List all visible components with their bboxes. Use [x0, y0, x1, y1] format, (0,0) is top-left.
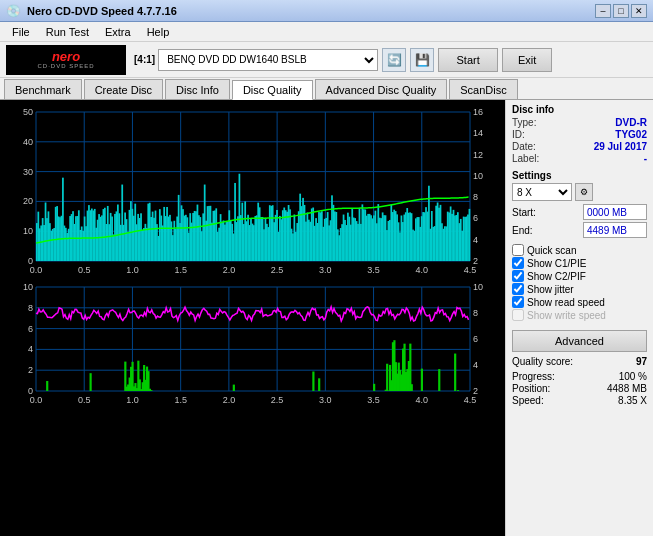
checkboxes-section: Quick scan Show C1/PIE Show C2/PIF Show … [512, 244, 647, 321]
tab-create-disc[interactable]: Create Disc [84, 79, 163, 99]
disc-date-row: Date: 29 Jul 2017 [512, 141, 647, 152]
end-label: End: [512, 225, 533, 236]
show-read-speed-row: Show read speed [512, 296, 647, 308]
refresh-button[interactable]: 🔄 [382, 48, 406, 72]
speed-value: 8.35 X [618, 395, 647, 406]
tab-disc-quality[interactable]: Disc Quality [232, 80, 313, 100]
exit-button[interactable]: Exit [502, 48, 552, 72]
quick-scan-label: Quick scan [527, 245, 576, 256]
disc-info-section: Disc info Type: DVD-R ID: TYG02 Date: 29… [512, 104, 647, 164]
settings-section: Settings 8 X ⚙ Start: End: [512, 170, 647, 238]
speed-row-progress: Speed: 8.35 X [512, 395, 647, 406]
chart-area [0, 100, 505, 536]
app-logo: nero CD·DVD SPEED [6, 45, 126, 75]
type-label: Type: [512, 117, 536, 128]
position-label: Position: [512, 383, 550, 394]
show-c1-row: Show C1/PIE [512, 257, 647, 269]
show-jitter-row: Show jitter [512, 283, 647, 295]
show-write-speed-row: Show write speed [512, 309, 647, 321]
quality-row: Quality score: 97 [512, 356, 647, 367]
disc-label-row: Label: - [512, 153, 647, 164]
show-c2-row: Show C2/PIF [512, 270, 647, 282]
date-label: Date: [512, 141, 536, 152]
progress-section: Progress: 100 % Position: 4488 MB Speed:… [512, 371, 647, 406]
maximize-button[interactable]: □ [613, 4, 629, 18]
show-read-speed-label: Show read speed [527, 297, 605, 308]
toolbar: nero CD·DVD SPEED [4:1] BENQ DVD DD DW16… [0, 42, 653, 78]
show-c1-checkbox[interactable] [512, 257, 524, 269]
type-value: DVD-R [615, 117, 647, 128]
title-bar: 💿 Nero CD-DVD Speed 4.7.7.16 – □ ✕ [0, 0, 653, 22]
id-label: ID: [512, 129, 525, 140]
end-input[interactable] [583, 222, 647, 238]
drive-label: [4:1] [134, 54, 155, 65]
app-title: Nero CD-DVD Speed 4.7.7.16 [27, 5, 177, 17]
start-button[interactable]: Start [438, 48, 498, 72]
quality-label: Quality score: [512, 356, 573, 367]
drive-combo[interactable]: BENQ DVD DD DW1640 BSLB [158, 49, 378, 71]
close-button[interactable]: ✕ [631, 4, 647, 18]
show-jitter-label: Show jitter [527, 284, 574, 295]
position-value: 4488 MB [607, 383, 647, 394]
date-value: 29 Jul 2017 [594, 141, 647, 152]
pi-errors-chart [4, 104, 494, 279]
advanced-button[interactable]: Advanced [512, 330, 647, 352]
label-value: - [644, 153, 647, 164]
quality-value: 97 [636, 356, 647, 367]
show-jitter-checkbox[interactable] [512, 283, 524, 295]
minimize-button[interactable]: – [595, 4, 611, 18]
show-write-speed-label: Show write speed [527, 310, 606, 321]
id-value: TYG02 [615, 129, 647, 140]
tab-scandisc[interactable]: ScanDisc [449, 79, 517, 99]
show-read-speed-checkbox[interactable] [512, 296, 524, 308]
quick-scan-row: Quick scan [512, 244, 647, 256]
start-input[interactable] [583, 204, 647, 220]
disc-id-row: ID: TYG02 [512, 129, 647, 140]
progress-row: Progress: 100 % [512, 371, 647, 382]
speed-row: 8 X ⚙ [512, 183, 647, 201]
position-row: Position: 4488 MB [512, 383, 647, 394]
tab-benchmark[interactable]: Benchmark [4, 79, 82, 99]
end-row: End: [512, 222, 647, 238]
window-controls: – □ ✕ [595, 4, 647, 18]
speed-label: Speed: [512, 395, 544, 406]
disc-info-title: Disc info [512, 104, 647, 115]
show-c2-checkbox[interactable] [512, 270, 524, 282]
speed-combo[interactable]: 8 X [512, 183, 572, 201]
disc-type-row: Type: DVD-R [512, 117, 647, 128]
show-c1-label: Show C1/PIE [527, 258, 586, 269]
quick-scan-checkbox[interactable] [512, 244, 524, 256]
progress-value: 100 % [619, 371, 647, 382]
menu-help[interactable]: Help [139, 24, 178, 40]
tab-disc-info[interactable]: Disc Info [165, 79, 230, 99]
save-button[interactable]: 💾 [410, 48, 434, 72]
settings-title: Settings [512, 170, 647, 181]
label-label: Label: [512, 153, 539, 164]
menu-extra[interactable]: Extra [97, 24, 139, 40]
sidebar: Disc info Type: DVD-R ID: TYG02 Date: 29… [505, 100, 653, 536]
main-content: Disc info Type: DVD-R ID: TYG02 Date: 29… [0, 100, 653, 536]
menu-file[interactable]: File [4, 24, 38, 40]
drive-selector: [4:1] BENQ DVD DD DW1640 BSLB [134, 49, 378, 71]
progress-label: Progress: [512, 371, 555, 382]
menu-bar: File Run Test Extra Help [0, 22, 653, 42]
tab-advanced-disc-quality[interactable]: Advanced Disc Quality [315, 79, 448, 99]
start-row: Start: [512, 204, 647, 220]
settings-icon-button[interactable]: ⚙ [575, 183, 593, 201]
show-c2-label: Show C2/PIF [527, 271, 586, 282]
tab-bar: Benchmark Create Disc Disc Info Disc Qua… [0, 78, 653, 100]
start-label: Start: [512, 207, 536, 218]
menu-run-test[interactable]: Run Test [38, 24, 97, 40]
show-write-speed-checkbox[interactable] [512, 309, 524, 321]
jitter-chart [4, 279, 494, 409]
